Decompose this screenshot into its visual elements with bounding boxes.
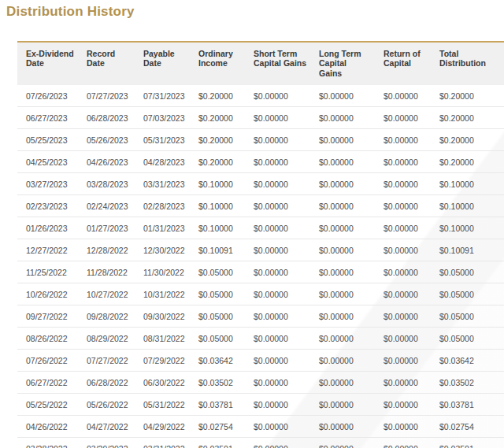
table-row: 01/26/202301/27/202301/31/2023$0.10000$0… (17, 217, 504, 239)
table-cell: 05/31/2023 (135, 129, 190, 151)
table-row: 02/23/202302/24/202302/28/2023$0.10000$0… (17, 195, 504, 217)
table-cell: $0.02754 (431, 416, 504, 438)
table-row: 05/25/202305/26/202305/31/2023$0.20000$0… (17, 129, 504, 151)
table-header-row: Ex-Dividend Date Record Date Payable Dat… (17, 42, 504, 85)
table-cell: $0.00000 (245, 438, 310, 448)
table-cell: $0.00000 (245, 217, 310, 239)
table-cell: $0.00000 (310, 239, 375, 261)
table-row: 09/27/202209/28/202209/30/2022$0.05000$0… (17, 305, 504, 328)
col-header-record-date: Record Date (78, 42, 135, 85)
table-cell: $0.02754 (190, 416, 245, 438)
table-cell: 10/26/2022 (17, 283, 78, 305)
table-cell: 03/28/2022 (17, 438, 78, 448)
table-cell: 08/29/2022 (78, 328, 135, 350)
table-cell: $0.00000 (310, 438, 375, 448)
table-cell: 06/30/2022 (135, 372, 190, 394)
table-cell: 11/30/2022 (135, 261, 190, 283)
table-cell: $0.00000 (310, 394, 375, 416)
table-cell: 06/28/2022 (78, 372, 135, 394)
table-cell: $0.20000 (431, 107, 504, 129)
table-cell: $0.00000 (245, 195, 310, 217)
table-cell: $0.00000 (375, 394, 431, 416)
table-cell: $0.03502 (190, 372, 245, 394)
table-row: 04/25/202304/26/202304/28/2023$0.20000$0… (17, 151, 504, 173)
table-cell: $0.00000 (375, 107, 431, 129)
table-row: 07/26/202207/27/202207/29/2022$0.03642$0… (17, 350, 504, 372)
table-cell: $0.00000 (245, 394, 310, 416)
table-row: 05/25/202205/26/202205/31/2022$0.03781$0… (17, 394, 504, 416)
table-header: Ex-Dividend Date Record Date Payable Dat… (17, 42, 504, 85)
table-cell: $0.00000 (310, 261, 375, 283)
col-header-ordinary-income: Ordinary Income (190, 42, 245, 85)
table-cell: 04/27/2022 (78, 416, 135, 438)
table-cell: $0.00000 (375, 416, 431, 438)
table-cell: $0.00000 (245, 416, 310, 438)
table-cell: $0.00000 (310, 416, 375, 438)
table-cell: 07/26/2022 (17, 350, 78, 372)
table-cell: $0.00000 (310, 195, 375, 217)
table-cell: $0.05000 (431, 283, 504, 305)
table-cell: $0.10000 (190, 217, 245, 239)
table-cell: 12/28/2022 (78, 239, 135, 261)
table-cell: $0.00000 (375, 129, 431, 151)
col-header-ex-dividend-date: Ex-Dividend Date (17, 42, 78, 85)
table-row: 07/26/202307/27/202307/31/2023$0.20000$0… (17, 85, 504, 107)
table-cell: $0.03502 (431, 372, 504, 394)
table-cell: $0.00000 (375, 261, 431, 283)
table-cell: 01/26/2023 (17, 217, 78, 239)
table-cell: $0.00000 (245, 151, 310, 173)
table-cell: 07/03/2023 (135, 107, 190, 129)
table-cell: $0.05000 (431, 261, 504, 283)
table-cell: 03/28/2023 (78, 173, 135, 195)
table-cell: $0.05000 (190, 283, 245, 305)
page-title: Distribution History (6, 4, 135, 20)
table-cell: $0.10000 (431, 217, 504, 239)
table-cell: $0.00000 (375, 305, 431, 328)
table-cell: 01/31/2023 (135, 217, 190, 239)
table-cell: $0.00000 (375, 151, 431, 173)
table-cell: $0.03642 (431, 350, 504, 372)
col-header-long-term-capital-gains: Long Term Capital Gains (310, 42, 375, 85)
table-cell: 03/27/2023 (17, 173, 78, 195)
table-row: 12/27/202212/28/202212/30/2022$0.10091$0… (17, 239, 504, 261)
table-cell: $0.00000 (310, 85, 375, 107)
table-cell: 02/23/2023 (17, 195, 78, 217)
col-header-return-of-capital: Return of Capital (375, 42, 431, 85)
table-cell: $0.05000 (190, 328, 245, 350)
table-cell: $0.00000 (310, 173, 375, 195)
table-cell: 04/26/2022 (17, 416, 78, 438)
table-cell: $0.20000 (431, 151, 504, 173)
table-row: 03/28/202203/29/202203/31/2022$0.03501$0… (17, 438, 504, 448)
table-cell: $0.20000 (190, 151, 245, 173)
table-row: 03/27/202303/28/202303/31/2023$0.10000$0… (17, 173, 504, 195)
table-cell: 07/31/2023 (135, 85, 190, 107)
table-cell: $0.10000 (190, 173, 245, 195)
table-cell: 04/26/2023 (78, 151, 135, 173)
distribution-history-table: Ex-Dividend Date Record Date Payable Dat… (17, 41, 504, 448)
table-row: 06/27/202206/28/202206/30/2022$0.03502$0… (17, 372, 504, 394)
table-cell: 06/27/2023 (17, 107, 78, 129)
table-cell: $0.00000 (375, 173, 431, 195)
table-cell: $0.00000 (310, 151, 375, 173)
table-row: 04/26/202204/27/202204/29/2022$0.02754$0… (17, 416, 504, 438)
table-cell: $0.00000 (375, 195, 431, 217)
table-cell: $0.10000 (431, 195, 504, 217)
table-cell: $0.03501 (190, 438, 245, 448)
table-cell: $0.00000 (310, 107, 375, 129)
col-header-total-distribution: Total Distribution (431, 42, 504, 85)
table-cell: 09/28/2022 (78, 305, 135, 328)
table-cell: $0.00000 (245, 350, 310, 372)
table-body: 07/26/202307/27/202307/31/2023$0.20000$0… (17, 85, 504, 448)
table-cell: $0.00000 (375, 372, 431, 394)
table-cell: $0.00000 (310, 328, 375, 350)
table-cell: 11/25/2022 (17, 261, 78, 283)
table-cell: $0.20000 (190, 107, 245, 129)
table-cell: $0.00000 (375, 350, 431, 372)
table-cell: 02/24/2023 (78, 195, 135, 217)
table-cell: 07/26/2023 (17, 85, 78, 107)
table-row: 10/26/202210/27/202210/31/2022$0.05000$0… (17, 283, 504, 305)
table-cell: $0.00000 (245, 239, 310, 261)
col-header-payable-date: Payable Date (135, 42, 190, 85)
table-cell: $0.00000 (245, 85, 310, 107)
table-cell: $0.00000 (245, 129, 310, 151)
